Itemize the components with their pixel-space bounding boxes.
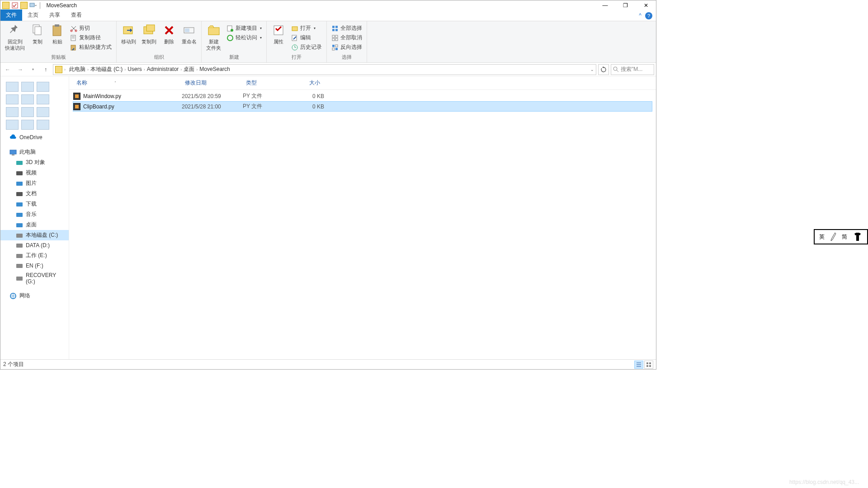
quick-access-thumb[interactable] [6, 107, 19, 117]
tab-share[interactable]: 共享 [44, 9, 66, 21]
easy-access-button[interactable]: 轻松访问▾ [225, 33, 264, 42]
nav-this-pc[interactable]: 此电脑 [0, 147, 69, 157]
delete-button[interactable]: 删除 [160, 22, 178, 46]
tab-file[interactable]: 文件 [0, 9, 22, 21]
nav-item-f[interactable]: EN (F:) [0, 261, 69, 271]
qat-checkbox-icon[interactable] [11, 2, 19, 9]
forward-button[interactable]: → [15, 64, 26, 75]
qat-folder-icon[interactable] [20, 2, 28, 9]
nav-network[interactable]: 网络 [0, 291, 69, 301]
invert-selection-button[interactable]: 反向选择 [330, 43, 364, 52]
svg-rect-29 [332, 38, 335, 41]
select-none-button[interactable]: 全部取消 [330, 33, 364, 42]
details-view-button[interactable] [634, 361, 643, 369]
nav-item-videos[interactable]: 视频 [0, 168, 69, 178]
back-button[interactable]: ← [2, 64, 13, 75]
nav-item-pictures[interactable]: 图片 [0, 178, 69, 188]
chevron-down-icon[interactable]: ⌄ [590, 67, 594, 72]
qat-dropdown-icon[interactable] [29, 2, 37, 9]
column-header-date[interactable]: 修改日期 [181, 78, 242, 88]
file-list-area: 名称˄ 修改日期 类型 大小 MainWindow.py2021/5/28 20… [69, 76, 656, 359]
quick-access-thumb[interactable] [6, 94, 19, 104]
tab-home[interactable]: 主页 [22, 9, 44, 21]
quick-access-thumb[interactable] [37, 120, 49, 130]
nav-item-3d[interactable]: 3D 对象 [0, 157, 69, 168]
ime-pen-icon [830, 232, 836, 242]
recent-dropdown[interactable]: ▾ [28, 64, 38, 75]
new-folder-button[interactable]: 新建 文件夹 [204, 22, 223, 52]
quick-access-thumb[interactable] [37, 107, 49, 117]
group-new-label: 新建 [204, 54, 264, 61]
breadcrumb-segment[interactable]: 桌面 [182, 65, 196, 73]
nav-item-icon [16, 252, 23, 259]
breadcrumb-segment[interactable]: MoveSearch [198, 65, 231, 73]
history-button[interactable]: 历史记录 [289, 43, 324, 52]
chevron-right-icon[interactable]: › [64, 67, 66, 72]
breadcrumb-segment[interactable]: 此电脑 [67, 65, 87, 73]
quick-access-thumb[interactable] [37, 94, 49, 104]
copy-path-button[interactable]: 复制路径 [68, 33, 113, 42]
close-button[interactable]: ✕ [636, 0, 656, 10]
file-row[interactable]: MainWindow.py2021/5/28 20:59PY 文件0 KB [73, 91, 652, 101]
quick-access-thumb[interactable] [21, 82, 34, 92]
paste-button[interactable]: 粘贴 [48, 22, 66, 46]
maximize-button[interactable]: ❐ [615, 0, 636, 10]
group-organize-label: 组织 [119, 54, 198, 61]
svg-rect-24 [335, 26, 338, 28]
tab-view[interactable]: 查看 [66, 9, 87, 21]
pin-quickaccess-button[interactable]: 固定到 快速访问 [3, 22, 27, 52]
breadcrumb-segment[interactable]: 本地磁盘 (C:) [89, 65, 124, 73]
breadcrumb-segment[interactable]: Users [126, 65, 143, 73]
ribbon-collapse-icon[interactable]: ^ [639, 12, 642, 19]
column-header-name[interactable]: 名称˄ [73, 78, 181, 88]
copy-button[interactable]: 复制 [28, 22, 47, 46]
nav-onedrive[interactable]: OneDrive [0, 132, 69, 142]
breadcrumb-segment[interactable]: Administrator [145, 65, 181, 73]
column-header-size[interactable]: 大小 [292, 78, 324, 88]
new-item-button[interactable]: 新建项目▾ [225, 24, 264, 33]
rename-button[interactable]: 重命名 [180, 22, 198, 46]
group-select-label: 选择 [330, 54, 364, 61]
svg-rect-49 [16, 277, 23, 281]
column-header-type[interactable]: 类型 [242, 78, 292, 88]
nav-item-d[interactable]: DATA (D:) [0, 240, 69, 250]
address-bar[interactable]: › 此电脑›本地磁盘 (C:)›Users›Administrator›桌面›M… [53, 64, 596, 75]
thumbnail-view-button[interactable] [644, 361, 653, 369]
quick-access-thumb[interactable] [6, 82, 19, 92]
up-button[interactable]: ↑ [40, 64, 51, 75]
paste-shortcut-button[interactable]: 粘贴快捷方式 [68, 43, 113, 52]
svg-rect-15 [208, 28, 219, 35]
svg-rect-39 [16, 171, 23, 175]
navigation-pane[interactable]: OneDrive 此电脑 3D 对象视频图片文档下载音乐桌面本地磁盘 (C:)D… [0, 76, 69, 359]
nav-item-desktop[interactable]: 桌面 [0, 220, 69, 230]
ribbon-tabs: 文件 主页 共享 查看 ^ ? [0, 10, 656, 21]
help-icon[interactable]: ? [645, 12, 652, 19]
nav-item-downloads[interactable]: 下载 [0, 199, 69, 209]
open-button[interactable]: 打开▾ [289, 24, 324, 33]
search-input[interactable]: 搜索"M... [611, 64, 654, 75]
properties-button[interactable]: 属性 [269, 22, 288, 46]
select-all-button[interactable]: 全部选择 [330, 24, 364, 33]
nav-item-music[interactable]: 音乐 [0, 209, 69, 220]
refresh-button[interactable] [598, 64, 609, 75]
quick-access-thumb[interactable] [21, 120, 34, 130]
edit-button[interactable]: 编辑 [289, 33, 324, 42]
quick-access-thumb[interactable] [6, 120, 19, 130]
quick-access-thumb[interactable] [21, 94, 34, 104]
nav-item-documents[interactable]: 文档 [0, 188, 69, 199]
move-to-button[interactable]: 移动到 [119, 22, 138, 46]
file-name-label: ClipBoard.py [83, 103, 114, 110]
nav-item-e[interactable]: 工作 (E:) [0, 250, 69, 261]
quick-access-thumb[interactable] [21, 107, 34, 117]
quick-access-thumb[interactable] [37, 82, 49, 92]
minimize-button[interactable]: — [595, 0, 615, 10]
file-row[interactable]: ClipBoard.py2021/5/28 21:00PY 文件0 KB [73, 101, 652, 112]
rename-icon [182, 23, 197, 38]
file-list-body[interactable]: MainWindow.py2021/5/28 20:59PY 文件0 KBCli… [69, 90, 656, 359]
copy-to-button[interactable]: 复制到 [140, 22, 158, 46]
nav-item-c[interactable]: 本地磁盘 (C:) [0, 230, 69, 240]
quick-access-thumbs [0, 79, 69, 132]
nav-item-g[interactable]: RECOVERY (G:) [0, 271, 69, 286]
cut-button[interactable]: 剪切 [68, 24, 113, 33]
ime-overlay[interactable]: 英 简 [814, 229, 868, 244]
